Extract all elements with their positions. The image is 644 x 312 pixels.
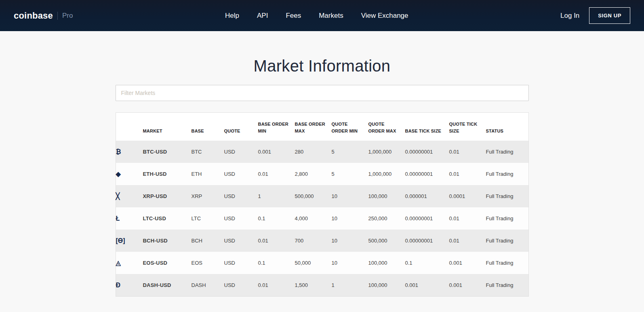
base-cell: DASH xyxy=(192,274,224,296)
quote-tick-size-cell: 0.01 xyxy=(449,163,486,185)
quote-tick-size-cell: 0.01 xyxy=(449,230,486,252)
market-table-header: MARKET BASE QUOTE BASE ORDER MIN BASE OR… xyxy=(116,113,528,141)
market-pair-cell: BCH-USD xyxy=(143,230,192,252)
quote-order-min-cell: 10 xyxy=(332,252,368,274)
base-order-max-cell: 280 xyxy=(295,141,332,163)
quote-cell: USD xyxy=(224,163,258,185)
quote-tick-size-cell: 0.01 xyxy=(449,207,486,230)
market-row: [Ɵ] BCH-USD BCH USD 0.01 700 10 500,000 … xyxy=(116,230,528,252)
quote-order-min-cell: 10 xyxy=(332,230,368,252)
base-cell: EOS xyxy=(192,252,224,274)
base-cell: BCH xyxy=(192,230,224,252)
eth-icon: ◆ xyxy=(116,171,121,177)
base-order-min-cell: 0.1 xyxy=(258,207,295,230)
auth-group: Log In SIGN UP xyxy=(560,7,630,24)
column-header-quote: QUOTE xyxy=(224,113,258,141)
quote-tick-size-cell: 0.0001 xyxy=(449,185,486,207)
quote-order-min-cell: 1 xyxy=(332,274,368,296)
quote-tick-size-cell: 0.001 xyxy=(449,252,486,274)
base-order-max-cell: 50,000 xyxy=(295,252,332,274)
base-order-max-cell: 4,000 xyxy=(295,207,332,230)
signup-button[interactable]: SIGN UP xyxy=(589,7,630,24)
quote-order-min-cell: 5 xyxy=(332,163,368,185)
column-header-icon xyxy=(116,113,143,141)
status-cell: Full Trading xyxy=(486,163,528,185)
bch-icon: [Ɵ] xyxy=(116,238,125,244)
status-cell: Full Trading xyxy=(486,141,528,163)
quote-order-max-cell: 1,000,000 xyxy=(368,163,405,185)
market-row: ◬ EOS-USD EOS USD 0.1 50,000 10 100,000 … xyxy=(116,252,528,274)
base-tick-size-cell: 0.000001 xyxy=(405,185,449,207)
nav-link-help[interactable]: Help xyxy=(225,12,239,20)
quote-cell: USD xyxy=(224,141,258,163)
main-content: Market Information MARKET BASE QUOTE BAS… xyxy=(116,57,529,297)
base-order-min-cell: 0.001 xyxy=(258,141,295,163)
quote-order-min-cell: 5 xyxy=(332,141,368,163)
quote-order-max-cell: 1,000,000 xyxy=(368,141,405,163)
base-order-min-cell: 0.01 xyxy=(258,230,295,252)
logo-coinbase-text: coinbase xyxy=(14,11,53,21)
base-order-max-cell: 500,000 xyxy=(295,185,332,207)
quote-order-min-cell: 10 xyxy=(332,207,368,230)
market-pair-cell: ETH-USD xyxy=(143,163,192,185)
quote-cell: USD xyxy=(224,274,258,296)
base-tick-size-cell: 0.00000001 xyxy=(405,230,449,252)
quote-cell: USD xyxy=(224,207,258,230)
quote-order-min-cell: 10 xyxy=(332,185,368,207)
base-tick-size-cell: 0.00000001 xyxy=(405,207,449,230)
base-tick-size-cell: 0.00000001 xyxy=(405,163,449,185)
eos-icon: ◬ xyxy=(116,260,121,266)
nav-link-fees[interactable]: Fees xyxy=(286,12,301,20)
xrp-icon: ╳ xyxy=(116,193,120,200)
column-header-base: BASE xyxy=(192,113,224,141)
base-order-min-cell: 1 xyxy=(258,185,295,207)
column-header-base-order-min: BASE ORDER MIN xyxy=(258,113,295,141)
column-header-status: STATUS xyxy=(486,113,528,141)
market-row: ₿ BTC-USD BTC USD 0.001 280 5 1,000,000 … xyxy=(116,141,528,163)
top-nav: coinbase Pro Help API Fees Markets View … xyxy=(0,0,644,31)
base-order-min-cell: 0.01 xyxy=(258,163,295,185)
quote-cell: USD xyxy=(224,185,258,207)
login-link[interactable]: Log In xyxy=(560,12,579,20)
column-header-market: MARKET xyxy=(143,113,192,141)
nav-links: Help API Fees Markets View Exchange xyxy=(225,12,408,20)
base-order-max-cell: 2,800 xyxy=(295,163,332,185)
quote-order-max-cell: 100,000 xyxy=(368,274,405,296)
market-pair-cell: XRP-USD xyxy=(143,185,192,207)
base-cell: XRP xyxy=(192,185,224,207)
base-order-min-cell: 0.01 xyxy=(258,274,295,296)
market-table: MARKET BASE QUOTE BASE ORDER MIN BASE OR… xyxy=(116,113,528,296)
quote-order-max-cell: 100,000 xyxy=(368,185,405,207)
coinbase-pro-logo[interactable]: coinbase Pro xyxy=(14,11,73,21)
market-pair-cell: BTC-USD xyxy=(143,141,192,163)
market-row: Ł LTC-USD LTC USD 0.1 4,000 10 250,000 0… xyxy=(116,207,528,230)
base-tick-size-cell: 0.1 xyxy=(405,252,449,274)
quote-order-max-cell: 100,000 xyxy=(368,252,405,274)
quote-order-max-cell: 250,000 xyxy=(368,207,405,230)
btc-icon: ₿ xyxy=(116,149,121,155)
base-tick-size-cell: 0.001 xyxy=(405,274,449,296)
base-order-max-cell: 1,500 xyxy=(295,274,332,296)
nav-link-markets[interactable]: Markets xyxy=(319,12,343,20)
base-cell: BTC xyxy=(192,141,224,163)
filter-markets-input[interactable] xyxy=(116,85,529,101)
quote-tick-size-cell: 0.01 xyxy=(449,141,486,163)
column-header-quote-tick-size: QUOTE TICK SIZE xyxy=(449,113,486,141)
dash-icon: Ɖ xyxy=(116,282,121,289)
market-table-container: MARKET BASE QUOTE BASE ORDER MIN BASE OR… xyxy=(116,112,529,297)
column-header-base-order-max: BASE ORDER MAX xyxy=(295,113,332,141)
status-cell: Full Trading xyxy=(486,274,528,296)
base-tick-size-cell: 0.00000001 xyxy=(405,141,449,163)
nav-link-api[interactable]: API xyxy=(257,12,268,20)
quote-cell: USD xyxy=(224,252,258,274)
column-header-quote-order-max: QUOTE ORDER MAX xyxy=(368,113,405,141)
market-pair-cell: EOS-USD xyxy=(143,252,192,274)
nav-link-view-exchange[interactable]: View Exchange xyxy=(361,12,408,20)
base-order-max-cell: 700 xyxy=(295,230,332,252)
status-cell: Full Trading xyxy=(486,230,528,252)
market-table-body: ₿ BTC-USD BTC USD 0.001 280 5 1,000,000 … xyxy=(116,141,528,296)
column-header-quote-order-min: QUOTE ORDER MIN xyxy=(332,113,368,141)
quote-tick-size-cell: 0.001 xyxy=(449,274,486,296)
market-pair-cell: LTC-USD xyxy=(143,207,192,230)
base-cell: ETH xyxy=(192,163,224,185)
